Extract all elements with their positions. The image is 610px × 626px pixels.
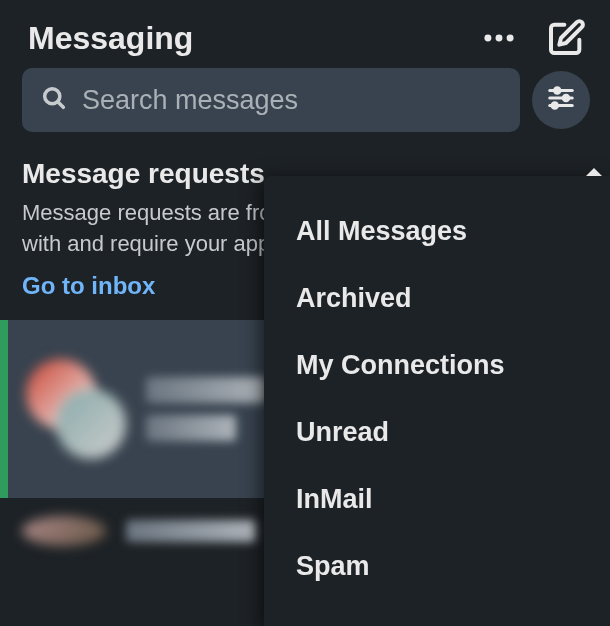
svg-point-6 bbox=[555, 88, 561, 94]
filter-option-all-messages[interactable]: All Messages bbox=[264, 198, 610, 265]
filter-option-archived[interactable]: Archived bbox=[264, 265, 610, 332]
svg-point-10 bbox=[552, 103, 558, 109]
page-title: Messaging bbox=[28, 20, 193, 57]
filter-option-my-connections[interactable]: My Connections bbox=[264, 332, 610, 399]
conversation-preview bbox=[146, 377, 266, 441]
search-icon bbox=[40, 84, 68, 116]
svg-point-2 bbox=[507, 35, 514, 42]
avatar bbox=[22, 516, 106, 546]
sliders-icon bbox=[546, 83, 576, 117]
redacted-text bbox=[146, 377, 266, 403]
svg-point-1 bbox=[496, 35, 503, 42]
header: Messaging bbox=[0, 0, 610, 68]
search-row bbox=[0, 68, 610, 142]
filter-option-unread[interactable]: Unread bbox=[264, 399, 610, 466]
filter-button[interactable] bbox=[532, 71, 590, 129]
filter-dropdown: All Messages Archived My Connections Unr… bbox=[264, 176, 610, 626]
svg-point-0 bbox=[484, 35, 491, 42]
avatar bbox=[56, 389, 126, 459]
redacted-text bbox=[126, 520, 256, 542]
svg-point-8 bbox=[563, 95, 569, 101]
filter-option-spam[interactable]: Spam bbox=[264, 533, 610, 600]
go-to-inbox-link[interactable]: Go to inbox bbox=[22, 272, 155, 300]
search-input[interactable] bbox=[82, 85, 502, 116]
more-options-icon[interactable] bbox=[480, 19, 518, 57]
redacted-text bbox=[146, 415, 236, 441]
svg-line-4 bbox=[58, 102, 64, 108]
search-box[interactable] bbox=[22, 68, 520, 132]
avatar-group bbox=[26, 359, 126, 459]
header-actions bbox=[480, 18, 586, 58]
filter-option-inmail[interactable]: InMail bbox=[264, 466, 610, 533]
compose-icon[interactable] bbox=[546, 18, 586, 58]
